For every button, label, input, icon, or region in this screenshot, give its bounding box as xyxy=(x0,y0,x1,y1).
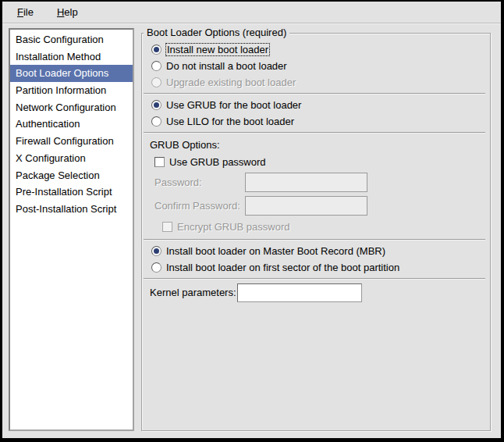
menu-file-mnemonic: F xyxy=(17,6,23,18)
sidebar-item-basic-configuration[interactable]: Basic Configuration xyxy=(10,31,133,48)
radio-button-icon xyxy=(151,77,161,87)
checkbox-label: Encrypt GRUB password xyxy=(177,221,290,233)
menu-help-rest: elp xyxy=(64,6,77,18)
radio-upgrade-existing-boot-loader: Upgrade existing boot loader xyxy=(151,74,487,91)
confirm-password-label: Confirm Password: xyxy=(154,200,245,212)
horizontal-separator xyxy=(144,239,485,241)
radio-use-lilo[interactable]: Use LILO for the boot loader xyxy=(151,113,487,130)
checkbox-icon[interactable] xyxy=(154,157,165,167)
checkbox-label: Use GRUB password xyxy=(169,156,266,168)
main-area: Basic Configuration Installation Method … xyxy=(2,23,501,438)
radio-button-icon[interactable] xyxy=(151,100,161,110)
sidebar-item-pre-installation-script[interactable]: Pre-Installation Script xyxy=(10,184,133,201)
radio-label: Upgrade existing boot loader xyxy=(166,77,296,88)
frame-title: Boot Loader Options (required) xyxy=(144,27,289,38)
sidebar-item-boot-loader-options[interactable]: Boot Loader Options xyxy=(10,65,133,82)
sidebar-item-post-installation-script[interactable]: Post-Installation Script xyxy=(10,201,133,218)
checkbox-encrypt-grub-password: Encrypt GRUB password xyxy=(162,219,487,234)
radio-label: Install boot loader on first sector of t… xyxy=(166,262,399,273)
sidebar-item-package-selection[interactable]: Package Selection xyxy=(10,167,133,184)
radio-label: Use GRUB for the boot loader xyxy=(166,99,301,111)
sidebar-item-authentication[interactable]: Authentication xyxy=(10,116,133,133)
sidebar-item-installation-method[interactable]: Installation Method xyxy=(10,48,133,66)
radio-install-on-mbr[interactable]: Install boot loader on Master Boot Recor… xyxy=(151,243,487,259)
horizontal-separator xyxy=(144,93,485,94)
confirm-password-row: Confirm Password: xyxy=(154,196,487,216)
menu-file-rest: ile xyxy=(23,6,34,18)
radio-label: Install new boot loader xyxy=(166,44,269,55)
boot-loader-options-frame: Boot Loader Options (required) Install n… xyxy=(141,33,491,431)
kickstart-configurator-window: File Help Basic Configuration Installati… xyxy=(0,0,504,442)
radio-button-icon[interactable] xyxy=(151,61,161,71)
radio-install-new-boot-loader[interactable]: Install new boot loader xyxy=(151,41,487,58)
grub-options-label: GRUB Options: xyxy=(150,138,487,152)
sidebar-item-partition-information[interactable]: Partition Information xyxy=(10,82,133,99)
radio-label: Install boot loader on Master Boot Recor… xyxy=(166,245,385,257)
radio-button-icon[interactable] xyxy=(151,246,161,256)
radio-install-on-first-sector[interactable]: Install boot loader on first sector of t… xyxy=(151,259,487,276)
horizontal-separator xyxy=(144,132,485,134)
radio-button-icon[interactable] xyxy=(151,262,161,273)
radio-button-icon[interactable] xyxy=(151,116,161,127)
radio-label: Do not install a boot loader xyxy=(166,60,287,72)
menu-bar: File Help xyxy=(2,2,501,23)
password-input xyxy=(245,173,367,192)
radio-do-not-install-boot-loader[interactable]: Do not install a boot loader xyxy=(151,58,487,74)
menu-help[interactable]: Help xyxy=(52,4,83,20)
sidebar-item-network-configuration[interactable]: Network Configuration xyxy=(10,99,133,116)
confirm-password-input xyxy=(245,196,367,216)
sidebar-item-x-configuration[interactable]: X Configuration xyxy=(10,150,133,167)
category-list: Basic Configuration Installation Method … xyxy=(9,28,134,431)
password-row: Password: xyxy=(154,173,487,192)
checkbox-icon xyxy=(162,222,172,232)
menu-help-mnemonic: H xyxy=(57,6,64,18)
password-label: Password: xyxy=(154,176,245,188)
kernel-parameters-row: Kernel parameters: xyxy=(150,283,487,302)
checkbox-use-grub-password[interactable]: Use GRUB password xyxy=(154,154,487,170)
kernel-parameters-label: Kernel parameters: xyxy=(150,287,237,298)
radio-use-grub[interactable]: Use GRUB for the boot loader xyxy=(151,97,487,113)
radio-label: Use LILO for the boot loader xyxy=(166,116,294,127)
radio-button-icon[interactable] xyxy=(151,45,161,55)
horizontal-separator xyxy=(144,278,485,280)
sidebar-item-firewall-configuration[interactable]: Firewall Configuration xyxy=(10,133,133,150)
kernel-parameters-input[interactable] xyxy=(237,283,362,302)
menu-file[interactable]: File xyxy=(12,4,38,20)
